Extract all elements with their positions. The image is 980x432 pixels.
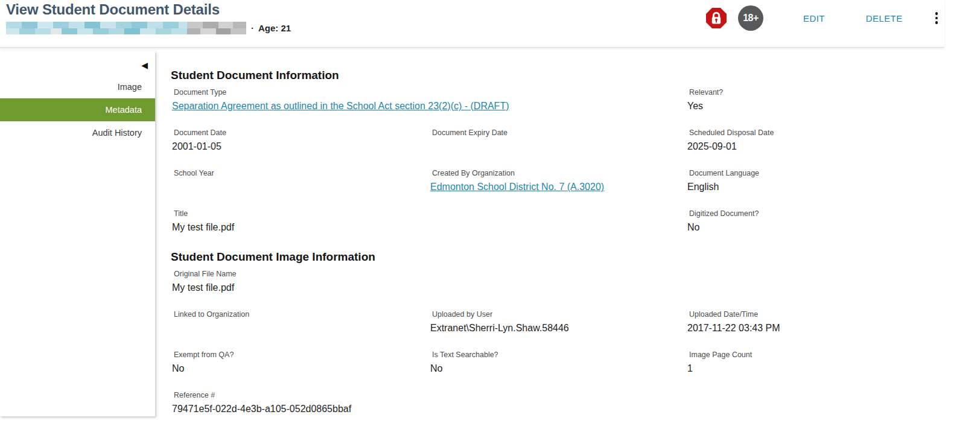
field-school-year: School Year — [171, 169, 429, 209]
field-label: Reference # — [171, 391, 944, 399]
field-document-language: Document Language English — [686, 169, 944, 209]
field-label: Uploaded Date/Time — [686, 310, 944, 319]
header: View Student Document Details · Age: 21 — [0, 0, 944, 48]
student-identity-row: · Age: 21 — [6, 22, 291, 34]
field-uploaded-by-user: Uploaded by User Extranet\Sherri-Lyn.Sha… — [429, 310, 686, 351]
field-document-expiry-date: Document Expiry Date — [429, 129, 686, 169]
field-label: Scheduled Disposal Date — [686, 129, 944, 137]
collapse-sidebar-button[interactable]: ◀ — [0, 59, 155, 72]
field-label: Is Text Searchable? — [429, 351, 686, 359]
field-label: Image Page Count — [686, 351, 944, 359]
field-value: English — [686, 182, 944, 193]
field-value: 1 — [686, 363, 944, 375]
field-value: 2025-09-01 — [686, 141, 944, 153]
field-label: Document Type — [171, 88, 686, 97]
field-value: My test file.pdf — [171, 222, 429, 233]
field-scheduled-disposal-date: Scheduled Disposal Date 2025-09-01 — [686, 129, 944, 169]
document-info-grid: Document Type Separation Agreement as ou… — [171, 88, 944, 250]
page-title: View Student Document Details — [6, 1, 220, 18]
field-value: Yes — [686, 101, 944, 112]
sidebar-item-metadata[interactable]: Metadata — [0, 98, 155, 121]
field-label: Document Date — [171, 129, 429, 137]
delete-button[interactable]: DELETE — [866, 13, 903, 24]
section-heading-document-info: Student Document Information — [171, 68, 944, 82]
field-value: No — [686, 222, 944, 233]
field-value: 2017-11-22 03:43 PM — [686, 323, 944, 334]
field-label: Document Expiry Date — [429, 129, 686, 137]
collapse-arrow-icon: ◀ — [141, 60, 148, 70]
field-label: School Year — [171, 169, 429, 177]
field-spacer — [429, 209, 686, 250]
field-value — [429, 141, 686, 153]
field-value: 2001-01-05 — [171, 141, 429, 153]
field-reference-number: Reference # 79471e5f-022d-4e3b-a105-052d… — [171, 391, 944, 431]
field-value: No — [171, 363, 429, 375]
image-info-grid: Original File Name My test file.pdf Link… — [171, 270, 944, 431]
main-content: Student Document Information Document Ty… — [171, 48, 944, 431]
sidebar-item-image[interactable]: Image — [0, 75, 155, 98]
field-label: Relevant? — [686, 88, 944, 97]
edit-button[interactable]: EDIT — [803, 13, 825, 24]
field-value: No — [429, 363, 686, 375]
field-label: Created By Organization — [429, 169, 686, 177]
field-label: Document Language — [686, 169, 944, 177]
separator-dot: · — [251, 23, 254, 33]
field-is-text-searchable: Is Text Searchable? No — [429, 351, 686, 391]
sidebar: ◀ Image Metadata Audit History — [0, 51, 155, 416]
field-digitized-document: Digitized Document? No — [686, 209, 944, 250]
redacted-student-name — [6, 22, 246, 34]
app-window: View Student Document Details · Age: 21 — [0, 0, 944, 432]
field-exempt-from-qa: Exempt from QA? No — [171, 351, 429, 391]
page: View Student Document Details · Age: 21 — [0, 0, 980, 432]
field-title: Title My test file.pdf — [171, 209, 429, 250]
section-heading-image-info: Student Document Image Information — [171, 250, 944, 264]
field-label: Uploaded by User — [429, 310, 686, 319]
field-linked-to-organization: Linked to Organization — [171, 310, 429, 351]
field-original-file-name: Original File Name My test file.pdf — [171, 270, 944, 310]
field-value: My test file.pdf — [171, 282, 944, 294]
field-created-by-organization: Created By Organization Edmonton School … — [429, 169, 686, 209]
field-relevant: Relevant? Yes — [686, 88, 944, 129]
field-uploaded-date-time: Uploaded Date/Time 2017-11-22 03:43 PM — [686, 310, 944, 351]
field-image-page-count: Image Page Count 1 — [686, 351, 944, 391]
field-label: Linked to Organization — [171, 310, 429, 319]
field-label: Title — [171, 209, 429, 218]
created-by-organization-link[interactable]: Edmonton School District No. 7 (A.3020) — [429, 182, 604, 193]
field-value — [171, 182, 429, 193]
kebab-menu-icon[interactable] — [933, 10, 941, 27]
field-document-date: Document Date 2001-01-05 — [171, 129, 429, 169]
field-document-type: Document Type Separation Agreement as ou… — [171, 88, 686, 129]
field-value: 79471e5f-022d-4e3b-a105-052d0865bbaf — [171, 404, 944, 415]
field-value: Extranet\Sherri-Lyn.Shaw.58446 — [429, 323, 686, 334]
document-type-link[interactable]: Separation Agreement as outlined in the … — [171, 101, 509, 112]
restricted-lock-icon — [705, 7, 727, 29]
age-text: Age: 21 — [258, 23, 291, 33]
field-value — [171, 323, 429, 334]
18-plus-badge: 18+ — [738, 5, 763, 31]
header-actions: 18+ EDIT DELETE — [705, 0, 940, 36]
sidebar-item-audit-history[interactable]: Audit History — [0, 121, 155, 144]
field-label: Digitized Document? — [686, 209, 944, 218]
field-label: Exempt from QA? — [171, 351, 429, 359]
field-label: Original File Name — [171, 270, 944, 278]
